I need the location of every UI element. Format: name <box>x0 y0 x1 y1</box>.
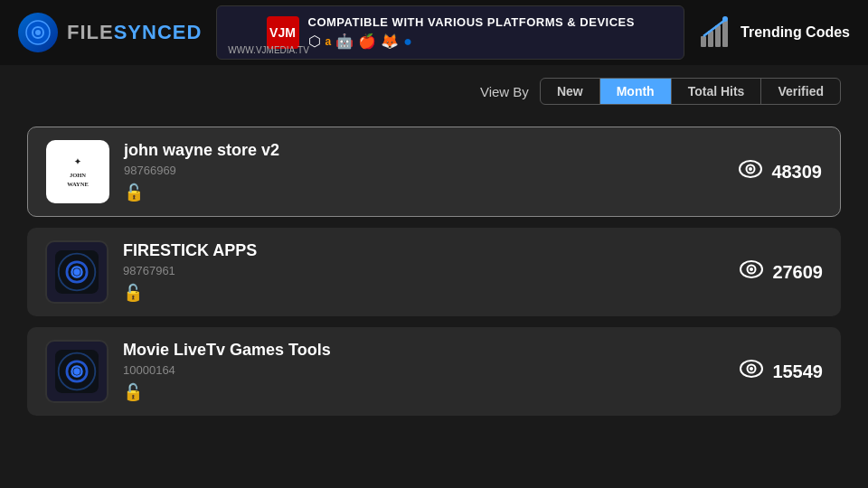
item-info-2: FIRESTICK APPS 98767961 🔓 <box>123 241 725 303</box>
svg-rect-2 <box>701 36 706 47</box>
svg-text:WAYNE: WAYNE <box>67 181 89 187</box>
view-by-bar: View By New Month Total Hits Verified <box>0 65 868 117</box>
list-item[interactable]: Movie LiveTv Games Tools 10000164 🔓 1554… <box>27 327 841 416</box>
header: FILESYNCED VJM COMPATIBLE WITH VARIOUS P… <box>0 0 868 65</box>
trending-label: Trending Codes <box>741 24 850 41</box>
item-id-3: 10000164 <box>123 363 725 377</box>
eye-icon-3 <box>740 360 763 383</box>
svg-point-25 <box>750 367 753 371</box>
trending-chart-icon <box>699 16 731 49</box>
banner[interactable]: VJM COMPATIBLE WITH VARIOUS PLATFORMS & … <box>216 5 684 60</box>
item-name-2: FIRESTICK APPS <box>123 241 725 260</box>
logo-area: FILESYNCED <box>18 13 202 52</box>
item-name-3: Movie LiveTv Games Tools <box>123 341 725 360</box>
filter-buttons: New Month Total Hits Verified <box>540 78 841 105</box>
item-views-count-1: 48309 <box>771 162 822 183</box>
svg-point-13 <box>749 167 752 171</box>
view-by-label: View By <box>480 84 529 99</box>
svg-rect-4 <box>715 25 721 47</box>
filter-verified-button[interactable]: Verified <box>761 79 840 104</box>
item-thumbnail-1: ✦ JOHN WAYNE <box>46 140 109 203</box>
filter-month-button[interactable]: Month <box>600 79 672 104</box>
item-views-3: 15549 <box>740 360 823 383</box>
banner-logo: VJM <box>267 16 299 49</box>
item-name-1: john wayne store v2 <box>124 141 724 160</box>
svg-point-16 <box>73 268 80 275</box>
banner-icons: ⬡ a 🤖 🍎 🦊 ● <box>308 33 635 50</box>
item-views-2: 27609 <box>740 260 823 284</box>
content-list: ✦ JOHN WAYNE john wayne store v2 9876696… <box>0 117 868 425</box>
item-id-2: 98767961 <box>123 264 725 277</box>
list-item[interactable]: ✦ JOHN WAYNE john wayne store v2 9876696… <box>27 127 841 217</box>
svg-point-6 <box>722 16 728 22</box>
eye-icon-1 <box>739 160 762 183</box>
filter-new-button[interactable]: New <box>541 79 600 104</box>
item-thumbnail-3 <box>45 340 108 403</box>
svg-point-22 <box>73 368 80 374</box>
lock-icon-2: 🔓 <box>123 283 725 303</box>
logo-text: FILESYNCED <box>67 21 202 44</box>
item-id-1: 98766969 <box>124 164 724 177</box>
banner-main-text: COMPATIBLE WITH VARIOUS PLATFORMS & DEVI… <box>308 15 635 29</box>
item-thumbnail-2 <box>45 240 108 304</box>
lock-icon-3: 🔓 <box>123 382 725 402</box>
item-views-1: 48309 <box>739 160 822 183</box>
item-views-count-3: 15549 <box>772 361 823 382</box>
svg-point-19 <box>750 267 753 271</box>
item-info-1: john wayne store v2 98766969 🔓 <box>124 141 724 202</box>
filter-total-hits-button[interactable]: Total Hits <box>672 79 762 104</box>
svg-point-1 <box>35 30 41 35</box>
banner-content: VJM COMPATIBLE WITH VARIOUS PLATFORMS & … <box>256 15 646 50</box>
list-item[interactable]: FIRESTICK APPS 98767961 🔓 27609 <box>27 228 841 316</box>
logo-icon <box>18 13 58 52</box>
john-wayne-image: ✦ JOHN WAYNE <box>46 140 109 203</box>
item-views-count-2: 27609 <box>772 262 823 283</box>
eye-icon-2 <box>740 260 763 284</box>
lock-icon-1: 🔓 <box>124 183 724 202</box>
svg-rect-5 <box>722 20 728 47</box>
svg-text:JOHN: JOHN <box>70 172 86 178</box>
trending-area[interactable]: Trending Codes <box>699 16 850 49</box>
banner-url: WWW.VJMEDIA.TV <box>228 45 308 55</box>
svg-text:✦: ✦ <box>74 157 81 166</box>
item-info-3: Movie LiveTv Games Tools 10000164 🔓 <box>123 341 725 402</box>
